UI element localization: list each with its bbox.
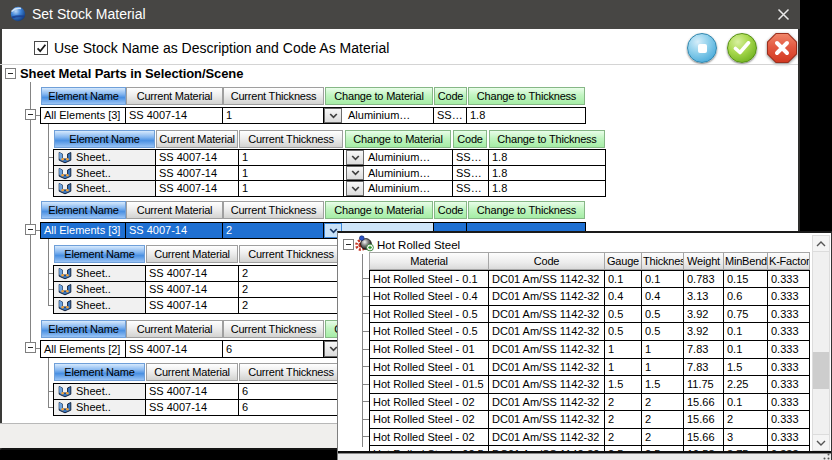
group1-element1-row-cell-code: SS…	[452, 149, 489, 166]
sheet-part-icon	[58, 267, 72, 280]
group2-elements-header-col-2[interactable]: Current Thickness	[239, 245, 343, 263]
chevron-down-icon	[329, 113, 338, 119]
group1-row-cell-code: SS…	[433, 107, 467, 124]
group2-elements-header-col-0[interactable]: Element Name	[54, 245, 145, 263]
popup-header-col-0[interactable]: Material	[369, 252, 489, 270]
popup-header-col-2[interactable]: Gauge	[604, 252, 642, 270]
group2-element2-row-cell-current_thickness: 2	[238, 281, 344, 298]
group1-element2-row-cell-change_to_thickness: 1.8	[488, 165, 606, 181]
group1-elements-header-col-3[interactable]: Change to Material	[345, 130, 451, 148]
group1-element3-row-material-dropdown-button[interactable]	[346, 181, 364, 196]
group1-element1-row-cell-change_to_thickness: 1.8	[488, 149, 606, 166]
group1-elements-header-col-5[interactable]: Change to Thickness	[489, 130, 605, 148]
group2-header-col-0[interactable]: Element Name	[41, 201, 126, 219]
group2-header-col-1[interactable]: Current Material	[126, 201, 223, 219]
popup-header-col-1[interactable]: Code	[488, 252, 605, 270]
group2-header-col-2[interactable]: Current Thickness	[223, 201, 324, 219]
group1-element3-row-cell-name: Sheet..	[53, 180, 156, 197]
popup-scrollbar[interactable]	[812, 235, 830, 451]
ok-button[interactable]	[727, 33, 757, 63]
tree-root-label: Sheet Metal Parts in Selection/Scene	[20, 66, 243, 81]
group1-elements-header-col-1[interactable]: Current Material	[156, 130, 238, 148]
group1-header-col-5[interactable]: Change to Thickness	[468, 87, 585, 105]
popup-row4-cell-4: 3.92	[683, 322, 724, 341]
popup-row1-cell-2: 0.1	[604, 270, 642, 288]
popup-header-col-5[interactable]: MinBend	[723, 252, 768, 270]
group2-header-col-5[interactable]: Change to Thickness	[468, 201, 585, 219]
use-stock-name-checkbox-label: Use Stock Name as Description and Code A…	[54, 40, 389, 56]
root-expander[interactable]	[5, 68, 16, 79]
group1-elements-header-col-2[interactable]: Current Thickness	[239, 130, 343, 148]
popup-row1-cell-3: 0.1	[641, 270, 684, 288]
popup-row8-cell-4: 15.66	[683, 393, 724, 411]
popup-row7-cell-0[interactable]: Hot Rolled Steel - 01.5	[369, 375, 489, 394]
popup-row1-cell-0[interactable]: Hot Rolled Steel - 0.1	[369, 270, 489, 288]
group1-row-cell-name: All Elements [3]	[40, 107, 126, 124]
group3-header-col-2[interactable]: Current Thickness	[223, 320, 324, 338]
popup-row9-cell-0[interactable]: Hot Rolled Steel - 02	[369, 410, 489, 429]
popup-row6-cell-0[interactable]: Hot Rolled Steel - 01	[369, 358, 489, 376]
title-bar[interactable]: Set Stock Material	[0, 0, 800, 29]
group2-elements-header-col-1[interactable]: Current Material	[146, 245, 238, 263]
group1-header-col-0[interactable]: Element Name	[41, 87, 126, 105]
popup-row10-cell-0[interactable]: Hot Rolled Steel - 02	[369, 428, 489, 446]
group2-expander[interactable]	[25, 224, 36, 235]
popup-row5-cell-0[interactable]: Hot Rolled Steel - 01	[369, 340, 489, 359]
group1-header-col-4[interactable]: Code	[434, 87, 467, 105]
sheet-part-icon	[58, 385, 72, 398]
group3-elements-header-col-0[interactable]: Element Name	[54, 363, 145, 381]
popup-row2-cell-5: 0.6	[723, 287, 768, 306]
popup-header-col-3[interactable]: Thickness	[641, 252, 684, 270]
group1-row-material-dropdown-button[interactable]	[324, 108, 342, 123]
popup-resize-strip[interactable]	[338, 453, 832, 460]
popup-row4-cell-0[interactable]: Hot Rolled Steel - 0.5	[369, 322, 489, 341]
group1-elements-header-col-0[interactable]: Element Name	[54, 130, 155, 148]
use-stock-name-checkbox[interactable]	[34, 41, 48, 55]
checkmark-icon	[36, 43, 47, 54]
popup-row8-cell-6: 0.333	[767, 393, 810, 411]
group3-header-col-0[interactable]: Element Name	[41, 320, 126, 338]
chevron-down-icon	[351, 186, 360, 192]
resize-grip-icon[interactable]	[820, 453, 830, 460]
popup-row4-cell-6: 0.333	[767, 322, 810, 341]
popup-row1-cell-1: DC01 Am/SS 1142-32	[488, 270, 605, 288]
group1-row-cell-current_material: SS 4007-14	[125, 107, 223, 124]
close-button[interactable]	[770, 4, 796, 25]
group3-element1-row-cell-name: Sheet..	[53, 383, 146, 400]
group1-expander[interactable]	[25, 109, 36, 120]
popup-row8-cell-0[interactable]: Hot Rolled Steel - 02	[369, 393, 489, 411]
pause-button[interactable]	[687, 33, 717, 63]
popup-row10-cell-4: 15.66	[683, 428, 724, 446]
group2-header-col-3[interactable]: Change to Material	[325, 201, 433, 219]
group1-element1-row-material-dropdown-button[interactable]	[346, 150, 364, 165]
popup-node-label[interactable]: Hot Rolled Steel	[377, 237, 502, 252]
group1-header-col-2[interactable]: Current Thickness	[223, 87, 324, 105]
popup-row10-cell-6: 0.333	[767, 428, 810, 446]
scroll-up-button[interactable]	[812, 235, 830, 252]
popup-node-expander[interactable]	[343, 239, 354, 250]
octagon-inner-shape	[768, 34, 796, 62]
group1-header-col-1[interactable]: Current Material	[126, 87, 223, 105]
cancel-button[interactable]	[767, 33, 797, 63]
popup-row9-cell-5: 2	[723, 410, 768, 429]
group3-expander[interactable]	[25, 342, 36, 353]
popup-row5-cell-1: DC01 Am/SS 1142-32	[488, 340, 605, 359]
group3-header-col-1[interactable]: Current Material	[126, 320, 223, 338]
popup-row10-cell-2: 2	[604, 428, 642, 446]
group3-element1-row-label: Sheet..	[76, 384, 111, 399]
group1-header-col-3[interactable]: Change to Material	[325, 87, 433, 105]
group1-elements-header-col-4[interactable]: Code	[453, 130, 487, 148]
scroll-thumb[interactable]	[813, 352, 829, 389]
popup-row6-cell-3: 1	[641, 358, 684, 376]
group3-element1-row-cell-current_material: SS 4007-14	[145, 383, 239, 400]
popup-row2-cell-0[interactable]: Hot Rolled Steel - 0.4	[369, 287, 489, 306]
group3-elements-header-col-2[interactable]: Current Thickness	[239, 363, 343, 381]
popup-header-col-4[interactable]: Weight	[683, 252, 724, 270]
scroll-down-button[interactable]	[812, 434, 830, 451]
group2-header-col-4[interactable]: Code	[434, 201, 467, 219]
group1-element2-row-material-dropdown-button[interactable]	[346, 166, 364, 180]
popup-header-col-6[interactable]: K-Factor	[767, 252, 810, 270]
popup-row10-cell-3: 2	[641, 428, 684, 446]
popup-row3-cell-0[interactable]: Hot Rolled Steel - 0.5	[369, 305, 489, 323]
group3-elements-header-col-1[interactable]: Current Material	[146, 363, 238, 381]
